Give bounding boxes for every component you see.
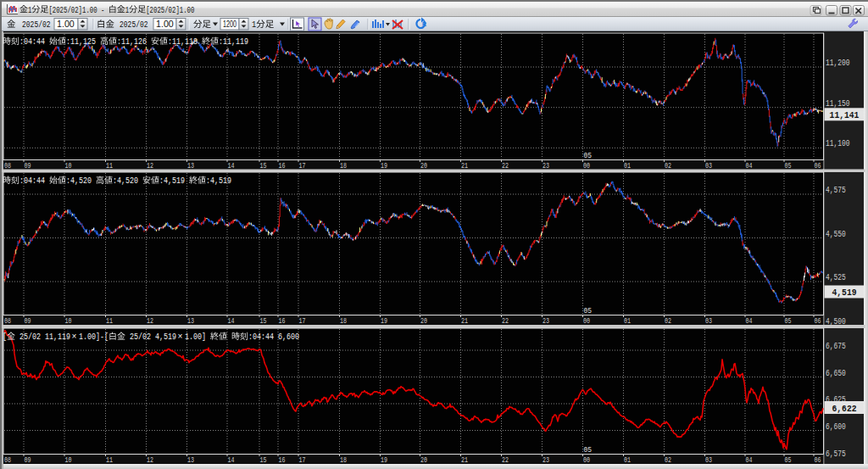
svg-text:11: 11 <box>106 162 113 170</box>
svg-text:06: 06 <box>815 456 821 465</box>
svg-text::4,519: :4,519 <box>159 176 185 186</box>
svg-text:11: 11 <box>106 456 113 465</box>
svg-text:21: 21 <box>461 162 468 170</box>
svg-text:20: 20 <box>420 317 427 326</box>
svg-text:17: 17 <box>299 317 306 326</box>
svg-text::11,125: :11,125 <box>66 37 96 47</box>
svg-text:6,622: 6,622 <box>832 403 857 414</box>
svg-text::04:44 6,600: :04:44 6,600 <box>248 332 299 342</box>
svg-text:18: 18 <box>340 162 347 170</box>
svg-text:23: 23 <box>542 456 549 465</box>
svg-text:12: 12 <box>147 162 153 170</box>
svg-text::4,519: :4,519 <box>206 176 231 186</box>
svg-text:04: 04 <box>746 317 753 326</box>
svg-text:17: 17 <box>299 162 306 170</box>
svg-text:18: 18 <box>340 456 347 465</box>
svg-text:10: 10 <box>65 162 72 170</box>
svg-text:4,500: 4,500 <box>826 316 846 327</box>
svg-text:11,100: 11,100 <box>826 138 850 148</box>
svg-text::04:44: :04:44 <box>19 176 45 186</box>
svg-text:05: 05 <box>584 151 593 160</box>
svg-text:06: 06 <box>815 162 821 170</box>
svg-text:15: 15 <box>260 162 267 170</box>
svg-text:01: 01 <box>624 456 631 465</box>
svg-text:21: 21 <box>461 317 468 326</box>
svg-text:17: 17 <box>299 456 306 465</box>
svg-text:23: 23 <box>542 317 549 326</box>
svg-text:4,575: 4,575 <box>826 185 846 195</box>
svg-text:19: 19 <box>381 317 387 326</box>
svg-text:08: 08 <box>4 456 11 465</box>
svg-text:05: 05 <box>785 456 792 465</box>
svg-text:03: 03 <box>705 456 712 465</box>
svg-text:14: 14 <box>228 317 235 326</box>
svg-text:21: 21 <box>461 456 468 465</box>
svg-text:11,141: 11,141 <box>830 109 860 120</box>
svg-text::4,520: :4,520 <box>113 176 138 186</box>
svg-text:×: × <box>178 332 183 342</box>
svg-text:16: 16 <box>279 317 286 326</box>
svg-text:03: 03 <box>705 317 712 326</box>
svg-text:[: [ <box>3 332 7 342</box>
svg-text:6,650: 6,650 <box>826 368 846 378</box>
svg-text:03: 03 <box>705 162 712 170</box>
svg-text::04:44: :04:44 <box>19 37 45 47</box>
svg-text:22: 22 <box>502 162 509 170</box>
svg-text:05: 05 <box>584 445 593 455</box>
svg-text:10: 10 <box>65 456 72 465</box>
svg-text:14: 14 <box>228 162 235 170</box>
svg-text:12: 12 <box>147 317 153 326</box>
svg-text:01: 01 <box>624 162 631 170</box>
svg-text:05: 05 <box>785 317 792 326</box>
svg-text:05: 05 <box>785 162 792 170</box>
svg-text:08: 08 <box>4 317 11 326</box>
svg-text:11,200: 11,200 <box>826 58 850 68</box>
svg-text:06: 06 <box>815 317 821 326</box>
svg-text:18: 18 <box>340 317 347 326</box>
svg-text:04: 04 <box>746 456 753 465</box>
svg-text:01: 01 <box>624 317 631 326</box>
svg-text:23: 23 <box>542 162 549 170</box>
svg-text:16: 16 <box>279 456 286 465</box>
svg-text:19: 19 <box>381 456 387 465</box>
svg-text:16: 16 <box>279 162 286 170</box>
svg-text:14: 14 <box>228 456 235 465</box>
svg-text:13: 13 <box>187 317 194 326</box>
svg-text:22: 22 <box>502 317 509 326</box>
svg-text:19: 19 <box>381 162 387 170</box>
svg-text:08: 08 <box>4 162 11 170</box>
svg-text:1.00]: 1.00] <box>185 332 206 342</box>
svg-text:11,150: 11,150 <box>826 98 850 109</box>
svg-text::4,520: :4,520 <box>66 176 92 186</box>
svg-text:09: 09 <box>25 317 31 326</box>
svg-text:13: 13 <box>187 162 194 170</box>
svg-text::11,119: :11,119 <box>219 37 248 47</box>
svg-text:20: 20 <box>420 162 427 170</box>
svg-text:25/02 11,119: 25/02 11,119 <box>19 332 70 342</box>
svg-text:6,675: 6,675 <box>826 341 846 351</box>
svg-text:13: 13 <box>187 456 194 465</box>
svg-text:02: 02 <box>665 456 671 465</box>
svg-text:12: 12 <box>147 456 153 465</box>
svg-text:02: 02 <box>665 317 671 326</box>
svg-text:00: 00 <box>583 456 590 465</box>
svg-text:×: × <box>72 332 77 342</box>
svg-text:25/02 4,519: 25/02 4,519 <box>130 332 176 342</box>
svg-text:11: 11 <box>106 317 113 326</box>
svg-text:4,519: 4,519 <box>832 287 857 298</box>
svg-text:15: 15 <box>260 317 267 326</box>
svg-text:6,575: 6,575 <box>826 449 846 459</box>
svg-text:6,600: 6,600 <box>826 422 846 432</box>
svg-text:1.00]-[: 1.00]-[ <box>79 332 108 342</box>
svg-text:05: 05 <box>584 306 593 315</box>
svg-text:22: 22 <box>502 456 509 465</box>
svg-text::11,126: :11,126 <box>117 37 147 47</box>
svg-text:20: 20 <box>420 456 427 465</box>
svg-text:09: 09 <box>25 456 31 465</box>
svg-text:02: 02 <box>665 162 671 170</box>
svg-text:10: 10 <box>65 317 72 326</box>
svg-text:15: 15 <box>260 456 267 465</box>
svg-text:4,525: 4,525 <box>826 272 846 282</box>
svg-text:00: 00 <box>583 162 590 170</box>
svg-text:4,550: 4,550 <box>826 229 846 239</box>
